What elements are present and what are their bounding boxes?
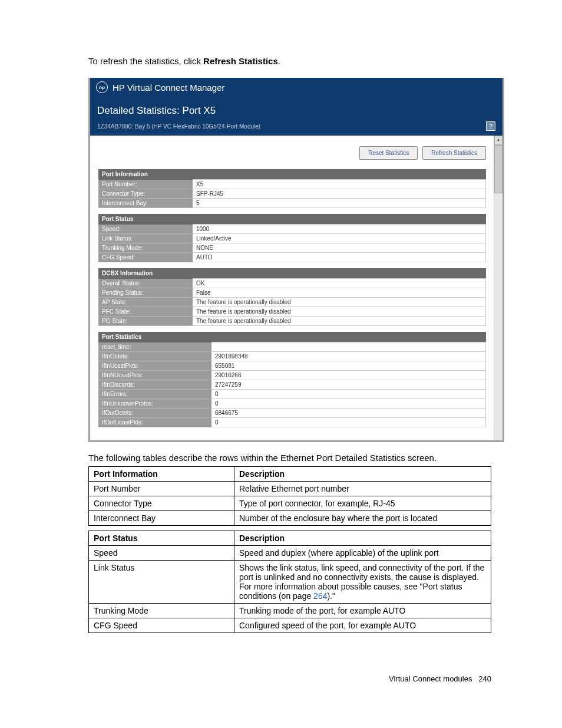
help-icon[interactable]: ? <box>486 121 495 131</box>
intro-prefix: To refresh the statistics, click <box>88 56 203 66</box>
footer-section: Virtual Connect modules <box>389 674 472 683</box>
table-cell: Shows the link status, link speed, and c… <box>234 560 491 603</box>
row-value: 2901898348 <box>211 351 486 361</box>
row-label: Connector Type: <box>98 189 193 199</box>
row-value: The feature is operationally disabled <box>193 307 486 317</box>
table-cell: CFG Speed <box>89 618 234 633</box>
row-label: IfInUnknownProtos: <box>98 398 211 408</box>
table-row: IfOutOctets:6846675 <box>98 408 486 417</box>
row-value: SFP-RJ45 <box>193 189 486 199</box>
row-label: IfInErrors: <box>98 389 211 398</box>
table-row: PG State:The feature is operationally di… <box>98 317 486 326</box>
row-value: The feature is operationally disabled <box>193 298 486 307</box>
table-row: IfInDiscards:27247259 <box>98 380 486 389</box>
table-cell: Speed <box>89 545 234 560</box>
row-label: Port Number: <box>98 180 193 189</box>
table-row: AP State:The feature is operationally di… <box>98 298 486 307</box>
row-label: Interconnect Bay: <box>98 199 193 208</box>
row-value: AUTO <box>193 253 486 262</box>
row-label: IfOutOctets: <box>98 408 211 417</box>
intro-suffix: . <box>278 56 280 66</box>
row-value: 1000 <box>193 225 486 234</box>
screenshot-panel: hp HP Virtual Connect Manager Detailed S… <box>88 78 504 442</box>
table-row: Interconnect BayNumber of the enclosure … <box>89 510 491 525</box>
row-label: reset_time: <box>98 342 211 352</box>
table-row: SpeedSpeed and duplex (where applicable)… <box>89 545 491 560</box>
page-subtitle: 1Z34AB7890: Bay 5 (HP VC FlexFabric 10Gb… <box>97 123 260 130</box>
page-footer: Virtual Connect modules 240 <box>88 674 491 683</box>
table-cell: Trunking Mode <box>89 603 234 618</box>
page-subheader: Detailed Statistics: Port X5 1Z34AB7890:… <box>90 97 503 136</box>
table-row: Trunking Mode:NONE <box>98 243 486 253</box>
table-row: CFG Speed:AUTO <box>98 253 486 262</box>
row-value: False <box>193 288 486 298</box>
row-label: PG State: <box>98 317 193 326</box>
refresh-statistics-button[interactable]: Refresh Statistics <box>422 146 486 160</box>
footer-page-number: 240 <box>478 674 491 683</box>
table-row: PFC State:The feature is operationally d… <box>98 307 486 317</box>
page-link[interactable]: 264 <box>313 591 327 601</box>
stats-section: Port StatusSpeed:1000Link Status:Linked/… <box>98 214 486 262</box>
row-value: 0 <box>211 417 486 427</box>
scroll-up-icon[interactable]: ▴ <box>494 136 503 145</box>
table-row: Port NumberRelative Ethernet port number <box>89 481 491 496</box>
table-row: Overall Status:OK <box>98 279 486 288</box>
row-value: 29016266 <box>211 370 486 380</box>
table-row: IfInUnknownProtos:0 <box>98 398 486 408</box>
row-label: Overall Status: <box>98 279 193 288</box>
table-row: Port Number:X5 <box>98 180 486 189</box>
table-row: IfInErrors:0 <box>98 389 486 398</box>
row-value <box>211 342 486 352</box>
table-cell: Trunking mode of the port, for example A… <box>234 603 491 618</box>
row-label: AP State: <box>98 298 193 307</box>
table-cell: Configured speed of the port, for exampl… <box>234 618 491 633</box>
button-row: Reset Statistics Refresh Statistics <box>98 146 486 160</box>
row-value: The feature is operationally disabled <box>193 317 486 326</box>
row-value: 0 <box>211 389 486 398</box>
row-label: PFC State: <box>98 307 193 317</box>
doc-table: Port StatusDescriptionSpeedSpeed and dup… <box>88 531 491 633</box>
row-label: Link Status: <box>98 234 193 243</box>
table-row: Connector Type:SFP-RJ45 <box>98 189 486 199</box>
row-label: Trunking Mode: <box>98 243 193 253</box>
table-row: IfInUcastPkts:655081 <box>98 361 486 370</box>
row-label: IfInDiscards: <box>98 380 211 389</box>
row-value: 27247259 <box>211 380 486 389</box>
scroll-thumb[interactable] <box>494 145 503 193</box>
table-cell: Connector Type <box>89 496 234 510</box>
row-label: IfInUcastPkts: <box>98 361 211 370</box>
row-label: IfOutUcastPkts: <box>98 417 211 427</box>
doc-table: Port InformationDescriptionPort NumberRe… <box>88 466 491 526</box>
table-row: Speed:1000 <box>98 225 486 234</box>
column-header: Description <box>234 531 491 545</box>
scrollbar[interactable]: ▴ <box>494 136 503 440</box>
column-header: Port Status <box>89 531 234 545</box>
table-cell: Relative Ethernet port number <box>234 481 491 496</box>
row-label: Pending Status: <box>98 288 193 298</box>
row-label: CFG Speed: <box>98 253 193 262</box>
table-row: Link StatusShows the link status, link s… <box>89 560 491 603</box>
column-header: Port Information <box>89 466 234 481</box>
app-title: HP Virtual Connect Manager <box>113 83 224 93</box>
row-value: 5 <box>193 199 486 208</box>
table-row: IfInOctets:2901898348 <box>98 351 486 361</box>
row-value: 655081 <box>211 361 486 370</box>
stats-section: DCBX InformationOverall Status:OKPending… <box>98 268 486 326</box>
reset-statistics-button[interactable]: Reset Statistics <box>359 146 418 160</box>
table-cell: Number of the enclosure bay where the po… <box>234 510 491 525</box>
section-header: Port Information <box>98 169 486 180</box>
stats-section: Port InformationPort Number:X5Connector … <box>98 169 486 208</box>
row-value: Linked/Active <box>193 234 486 243</box>
table-cell: Link Status <box>89 560 234 603</box>
page-title: Detailed Statistics: Port X5 <box>97 105 495 117</box>
table-row: Link Status:Linked/Active <box>98 234 486 243</box>
table-cell: Speed and duplex (where applicable) of t… <box>234 545 491 560</box>
table-cell: Port Number <box>89 481 234 496</box>
table-row: Connector TypeType of port connector, fo… <box>89 496 491 510</box>
row-label: IfInOctets: <box>98 351 211 361</box>
table-row: Interconnect Bay:5 <box>98 199 486 208</box>
intro-bold: Refresh Statistics <box>203 56 278 66</box>
table-row: Trunking ModeTrunking mode of the port, … <box>89 603 491 618</box>
column-header: Description <box>234 466 491 481</box>
description-paragraph: The following tables describe the rows w… <box>88 453 491 463</box>
